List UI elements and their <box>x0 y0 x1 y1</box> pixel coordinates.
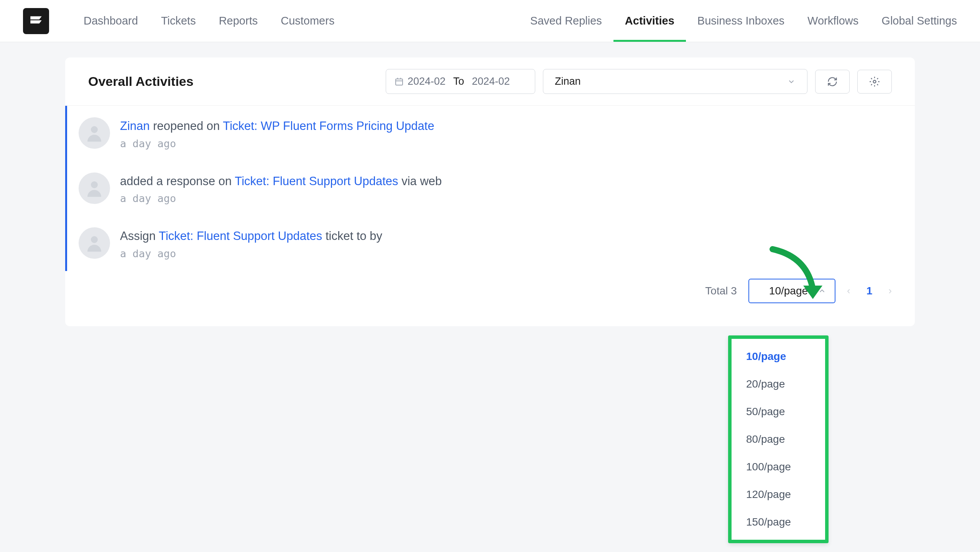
nav-activities[interactable]: Activities <box>625 0 674 42</box>
pagination: ‹ 1 › <box>847 285 892 297</box>
current-page[interactable]: 1 <box>867 285 873 297</box>
date-to-label: To <box>453 76 464 87</box>
activity-ticket-link[interactable]: Ticket: Fluent Support Updates <box>159 229 322 243</box>
dropdown-option[interactable]: 10/page <box>732 343 825 370</box>
nav-dashboard[interactable]: Dashboard <box>84 0 138 42</box>
activity-item: added a response on Ticket: Fluent Suppo… <box>65 161 915 216</box>
activity-time: a day ago <box>120 192 442 204</box>
total-count: Total 3 <box>705 285 737 297</box>
user-icon <box>84 233 105 253</box>
activity-time: a day ago <box>120 248 382 260</box>
gear-icon <box>869 76 880 87</box>
date-to: 2024-02 <box>472 76 510 87</box>
page-size-dropdown: 10/page 20/page 50/page 80/page 100/page… <box>728 335 829 543</box>
activity-user-link[interactable]: Zinan <box>120 119 150 133</box>
page-size-select[interactable]: 10/page <box>748 279 835 303</box>
nav-global-settings[interactable]: Global Settings <box>881 0 957 42</box>
activity-ticket-link[interactable]: Ticket: WP Fluent Forms Pricing Update <box>223 119 434 133</box>
activity-action: Assign <box>120 229 156 243</box>
calendar-icon <box>395 77 404 86</box>
nav-business-inboxes[interactable]: Business Inboxes <box>697 0 784 42</box>
user-icon <box>84 178 105 199</box>
svg-rect-0 <box>396 79 403 85</box>
card-header: Overall Activities 2024-02 To 2024-02 Zi… <box>65 58 915 106</box>
activity-suffix: via web <box>398 174 442 188</box>
nav-right: Saved Replies Activities Business Inboxe… <box>530 0 957 42</box>
chevron-down-icon <box>787 77 796 86</box>
toolbar: 2024-02 To 2024-02 Zinan <box>386 69 892 94</box>
activity-action: reopened on <box>153 119 220 133</box>
activity-item: Assign Ticket: Fluent Support Updates ti… <box>65 216 915 271</box>
svg-point-4 <box>873 80 876 83</box>
svg-point-5 <box>91 126 98 133</box>
nav-workflows[interactable]: Workflows <box>807 0 858 42</box>
date-from: 2024-02 <box>408 76 446 87</box>
refresh-button[interactable] <box>815 70 850 94</box>
nav-customers[interactable]: Customers <box>281 0 334 42</box>
avatar <box>79 172 110 204</box>
user-filter-value: Zinan <box>555 76 581 87</box>
activity-list: Zinan reopened on Ticket: WP Fluent Form… <box>65 106 915 271</box>
activity-suffix: ticket to by <box>322 229 382 243</box>
svg-point-7 <box>91 236 98 243</box>
date-range-picker[interactable]: 2024-02 To 2024-02 <box>386 69 535 94</box>
svg-point-6 <box>91 181 98 188</box>
activity-ticket-link[interactable]: Ticket: Fluent Support Updates <box>235 174 398 188</box>
logo-icon <box>28 13 44 29</box>
nav-tickets[interactable]: Tickets <box>161 0 196 42</box>
activity-item: Zinan reopened on Ticket: WP Fluent Form… <box>65 106 915 161</box>
nav-reports[interactable]: Reports <box>219 0 258 42</box>
user-filter-select[interactable]: Zinan <box>543 69 807 94</box>
card-footer: Total 3 10/page ‹ 1 › <box>65 271 915 326</box>
next-page-button[interactable]: › <box>888 285 892 297</box>
page-size-value: 10/page <box>769 285 808 297</box>
activity-text: added a response on Ticket: Fluent Suppo… <box>120 172 442 191</box>
activity-text: Assign Ticket: Fluent Support Updates ti… <box>120 227 382 245</box>
dropdown-option[interactable]: 120/page <box>732 481 825 508</box>
activities-card: Overall Activities 2024-02 To 2024-02 Zi… <box>65 58 915 326</box>
app-logo[interactable] <box>23 8 49 34</box>
header: Dashboard Tickets Reports Customers Save… <box>0 0 980 42</box>
chevron-up-icon <box>818 287 826 295</box>
page-title: Overall Activities <box>88 74 194 89</box>
user-icon <box>84 123 105 143</box>
avatar <box>79 227 110 259</box>
dropdown-option[interactable]: 50/page <box>732 398 825 426</box>
dropdown-option[interactable]: 100/page <box>732 453 825 481</box>
dropdown-option[interactable]: 150/page <box>732 508 825 536</box>
dropdown-option[interactable]: 80/page <box>732 426 825 453</box>
nav-left: Dashboard Tickets Reports Customers <box>84 0 334 42</box>
activity-time: a day ago <box>120 138 434 150</box>
activity-action: added a response on <box>120 174 232 188</box>
nav-saved-replies[interactable]: Saved Replies <box>530 0 602 42</box>
avatar <box>79 117 110 149</box>
dropdown-option[interactable]: 20/page <box>732 370 825 398</box>
refresh-icon <box>827 76 838 87</box>
activity-text: Zinan reopened on Ticket: WP Fluent Form… <box>120 117 434 135</box>
settings-button[interactable] <box>857 70 892 94</box>
prev-page-button[interactable]: ‹ <box>847 285 850 297</box>
